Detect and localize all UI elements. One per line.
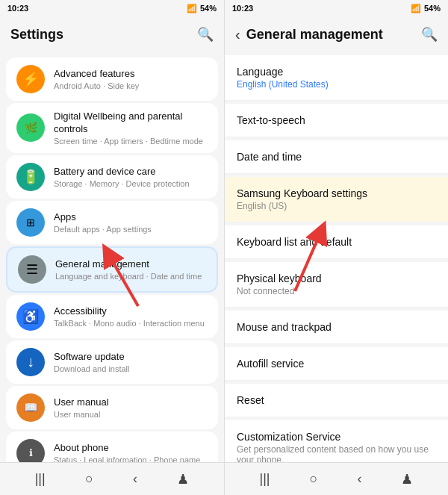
- settings-item-wellbeing[interactable]: 🌿 Digital Wellbeing and parental control…: [6, 103, 218, 153]
- customization-title: Customization Service: [237, 431, 436, 443]
- language-subtitle: English (United States): [237, 79, 436, 90]
- left-header: Settings 🔍: [0, 16, 224, 52]
- datetime-title: Date and time: [237, 151, 436, 163]
- right-header-left: ‹ General management: [235, 26, 383, 43]
- menu-item-datetime[interactable]: Date and time: [225, 140, 448, 174]
- advanced-text: Advanced features Android Auto · Side ke…: [54, 68, 208, 90]
- settings-item-apps[interactable]: ⊞ Apps Default apps · App settings: [6, 201, 218, 244]
- left-search-icon[interactable]: 🔍: [197, 26, 214, 43]
- left-nav-back[interactable]: ‹: [127, 465, 143, 493]
- left-signal-icon: 📶: [187, 4, 197, 13]
- right-header: ‹ General management 🔍: [225, 16, 448, 52]
- accessibility-title: Accessibility: [54, 305, 208, 318]
- right-nav-back[interactable]: ‹: [351, 465, 367, 493]
- reset-title: Reset: [237, 394, 436, 406]
- accessibility-text: Accessibility TalkBack · Mono audio · In…: [54, 305, 208, 328]
- wellbeing-text: Digital Wellbeing and parental controls …: [54, 110, 208, 146]
- language-title: Language: [237, 66, 436, 78]
- menu-item-language[interactable]: Language English (United States): [225, 55, 448, 101]
- tts-section: Text-to-speech: [225, 104, 448, 137]
- menu-item-customization[interactable]: Customization Service Get personalized c…: [225, 420, 448, 462]
- software-title: Software update: [54, 351, 208, 364]
- settings-item-software[interactable]: ↓ Software update Download and install: [6, 340, 218, 384]
- right-nav-home[interactable]: ○: [304, 465, 324, 493]
- left-nav-bar: ||| ○ ‹ ♟: [0, 462, 224, 495]
- about-title: About phone: [54, 442, 208, 455]
- menu-item-keyboard-list[interactable]: Keyboard list and default: [225, 225, 448, 259]
- right-header-title: General management: [246, 27, 383, 43]
- samsung-keyboard-section: Samsung Keyboard settings English (US): [225, 177, 448, 222]
- general-title: General management: [55, 258, 206, 271]
- customization-subtitle: Get personalized content based on how yo…: [237, 444, 436, 462]
- keyboard-list-section: Keyboard list and default: [225, 225, 448, 259]
- settings-item-about[interactable]: ℹ About phone Status · Legal information…: [6, 432, 218, 462]
- software-text: Software update Download and install: [54, 351, 208, 373]
- left-status-time: 10:23: [7, 4, 28, 13]
- right-battery: 54%: [424, 4, 441, 13]
- mouse-title: Mouse and trackpad: [237, 321, 436, 333]
- samsung-keyboard-subtitle: English (US): [237, 201, 436, 211]
- right-settings-list: Language English (United States) Text-to…: [225, 52, 448, 462]
- left-battery: 54%: [200, 4, 217, 13]
- left-nav-home[interactable]: ○: [79, 465, 99, 493]
- settings-item-accessibility[interactable]: ♿ Accessibility TalkBack · Mono audio · …: [6, 295, 218, 338]
- tts-title: Text-to-speech: [237, 114, 436, 126]
- manual-title: User manual: [54, 396, 208, 409]
- samsung-keyboard-title: Samsung Keyboard settings: [237, 187, 436, 199]
- menu-item-tts[interactable]: Text-to-speech: [225, 104, 448, 137]
- battery-icon: 🔋: [16, 163, 45, 191]
- right-nav-recent[interactable]: |||: [254, 465, 276, 493]
- right-nav-assist[interactable]: ♟: [395, 465, 419, 494]
- menu-item-mouse[interactable]: Mouse and trackpad: [225, 311, 448, 344]
- manual-subtitle: User manual: [54, 410, 208, 419]
- reset-section: Reset: [225, 384, 448, 417]
- wellbeing-icon: 🌿: [16, 113, 45, 142]
- right-status-icons: 📶 54%: [411, 4, 441, 13]
- customization-section: Customization Service Get personalized c…: [225, 420, 448, 462]
- menu-item-samsung-keyboard[interactable]: Samsung Keyboard settings English (US): [225, 177, 448, 222]
- battery-title: Battery and device care: [54, 166, 208, 178]
- language-section: Language English (United States): [225, 55, 448, 101]
- settings-item-general[interactable]: ☰ General management Language and keyboa…: [6, 246, 218, 293]
- manual-text: User manual User manual: [54, 396, 208, 419]
- left-nav-assist[interactable]: ♟: [171, 465, 195, 494]
- right-nav-bar: ||| ○ ‹ ♟: [225, 462, 448, 495]
- general-subtitle: Language and keyboard · Date and time: [55, 272, 206, 281]
- menu-item-physical-keyboard[interactable]: Physical keyboard Not connected: [225, 262, 448, 308]
- about-icon: ℹ: [16, 439, 45, 462]
- right-search-icon[interactable]: 🔍: [421, 26, 438, 43]
- right-back-icon[interactable]: ‹: [235, 26, 240, 43]
- right-status-time: 10:23: [232, 4, 253, 13]
- physical-keyboard-section: Physical keyboard Not connected: [225, 262, 448, 308]
- physical-keyboard-title: Physical keyboard: [237, 273, 436, 284]
- battery-subtitle: Storage · Memory · Device protection: [54, 179, 208, 188]
- menu-item-autofill[interactable]: Autofill service: [225, 347, 448, 381]
- about-subtitle: Status · Legal information · Phone name: [54, 455, 208, 462]
- autofill-title: Autofill service: [237, 358, 436, 370]
- left-settings-list: ⚡ Advanced features Android Auto · Side …: [0, 52, 224, 462]
- software-subtitle: Download and install: [54, 364, 208, 373]
- accessibility-subtitle: TalkBack · Mono audio · Interaction menu: [54, 319, 208, 328]
- wellbeing-title: Digital Wellbeing and parental controls: [54, 110, 208, 136]
- autofill-section: Autofill service: [225, 347, 448, 381]
- left-panel: 10:23 📶 54% Settings 🔍 ⚡ Advanced featur…: [0, 0, 224, 495]
- keyboard-list-title: Keyboard list and default: [237, 236, 436, 248]
- right-status-bar: 10:23 📶 54%: [225, 0, 448, 16]
- battery-text: Battery and device care Storage · Memory…: [54, 166, 208, 188]
- right-signal-icon: 📶: [411, 4, 421, 13]
- software-icon: ↓: [16, 348, 45, 376]
- settings-item-manual[interactable]: 📖 User manual User manual: [6, 386, 218, 429]
- wellbeing-subtitle: Screen time · App timers · Bedtime mode: [54, 137, 208, 146]
- menu-item-reset[interactable]: Reset: [225, 384, 448, 417]
- about-text: About phone Status · Legal information ·…: [54, 442, 208, 462]
- general-text: General management Language and keyboard…: [55, 258, 206, 281]
- left-nav-recent[interactable]: |||: [29, 465, 52, 493]
- accessibility-icon: ♿: [16, 302, 45, 331]
- apps-text: Apps Default apps · App settings: [54, 211, 208, 234]
- apps-icon: ⊞: [16, 208, 45, 237]
- left-status-bar: 10:23 📶 54%: [0, 0, 224, 16]
- settings-item-advanced[interactable]: ⚡ Advanced features Android Auto · Side …: [6, 57, 218, 101]
- settings-item-battery[interactable]: 🔋 Battery and device care Storage · Memo…: [6, 155, 218, 199]
- advanced-subtitle: Android Auto · Side key: [54, 81, 208, 90]
- advanced-icon: ⚡: [16, 65, 45, 93]
